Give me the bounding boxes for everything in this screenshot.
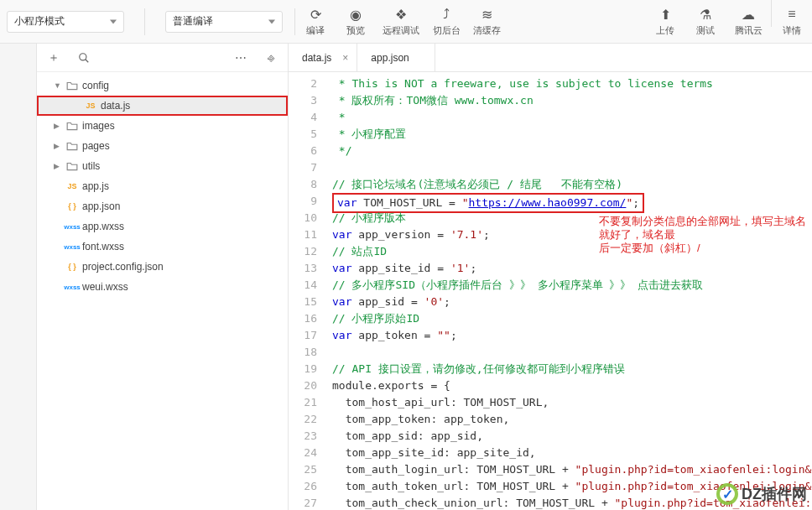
file-name-label: app.json <box>82 200 120 212</box>
code-line: tom_app_site_id: app_site_id, <box>332 445 812 461</box>
tab-data-js[interactable]: data.js× <box>289 44 357 71</box>
tree-item-app-json[interactable]: { }app.json <box>37 196 288 216</box>
line-number: 8 <box>289 176 317 193</box>
tree-item-project-config-json[interactable]: { }project.config.json <box>37 257 288 277</box>
editor-tabs: data.js×app.json <box>289 44 812 72</box>
file-tree[interactable]: ▼configJSdata.js▶images▶pages▶utilsJSapp… <box>37 72 288 510</box>
compile-button[interactable]: ⟳ 编译 <box>295 0 336 44</box>
line-number: 10 <box>289 210 317 226</box>
line-number: 15 <box>289 294 317 310</box>
line-number: 25 <box>289 461 317 478</box>
exit-icon: ⤴ <box>438 6 455 23</box>
close-icon[interactable]: × <box>342 52 348 64</box>
explorer-header: ＋ ⋯ ⎆ <box>37 44 288 72</box>
collapse-button[interactable]: ⎆ <box>261 48 281 68</box>
folder-icon <box>65 80 79 91</box>
eye-icon: ◉ <box>347 6 364 23</box>
compile-selector[interactable]: 普通编译 <box>165 11 283 33</box>
preview-label: 预览 <box>346 24 365 37</box>
search-button[interactable] <box>74 48 94 68</box>
tree-item-font-wxss[interactable]: wxssfont.wxss <box>37 237 288 257</box>
code-line: // API 接口设置，请勿修改,任何修改都可能到小程序错误 <box>332 361 812 377</box>
tree-item-app-wxss[interactable]: wxssapp.wxss <box>37 216 288 237</box>
folder-icon <box>65 140 79 152</box>
code-line: tom_host_api_url: TOM_HOST_URL, <box>332 394 812 411</box>
background-label: 切后台 <box>433 24 461 37</box>
tree-item-config[interactable]: ▼config <box>37 75 288 96</box>
code-line: var app_token = ""; <box>332 327 812 344</box>
line-number: 9 <box>289 193 317 210</box>
line-number: 22 <box>289 411 317 428</box>
expand-arrow-icon: ▶ <box>54 162 62 170</box>
code-area[interactable]: 2345678910111213141516171819202122232425… <box>289 72 812 510</box>
clear-cache-button[interactable]: ≋ 清缓存 <box>466 0 507 44</box>
expand-arrow-icon: ▼ <box>54 81 62 90</box>
line-number: 13 <box>289 260 317 277</box>
tab-app-json[interactable]: app.json <box>357 44 435 71</box>
code-line: // 多小程序SID（小程序插件后台 》》 多小程序菜单 》》 点击进去获取 <box>332 277 812 294</box>
upload-label: 上传 <box>656 24 674 37</box>
refresh-icon: ⟳ <box>307 6 324 23</box>
code-editor: data.js×app.json 23456789101112131415161… <box>289 44 812 510</box>
upload-button[interactable]: ⬆ 上传 <box>645 0 685 44</box>
js-icon: JS <box>84 100 97 112</box>
code-line: * 版权所有：TOM微信 www.tomwx.cn <box>332 92 812 109</box>
more-button[interactable]: ⋯ <box>231 48 251 68</box>
code-line: * 小程序配置 <box>332 126 812 143</box>
line-number: 4 <box>289 109 317 126</box>
code-line <box>332 344 812 361</box>
clear-cache-label: 清缓存 <box>473 24 501 37</box>
code-line: * This is NOT a freeware, use is subject… <box>332 75 812 92</box>
line-number: 6 <box>289 143 317 159</box>
line-number: 20 <box>289 377 317 394</box>
test-label: 测试 <box>696 24 715 37</box>
line-number: 19 <box>289 361 317 377</box>
line-number: 24 <box>289 445 317 461</box>
test-button[interactable]: ⚗ 测试 <box>685 0 726 44</box>
file-name-label: weui.wxss <box>82 281 128 293</box>
tree-item-app-js[interactable]: JSapp.js <box>37 176 288 196</box>
tree-item-images[interactable]: ▶images <box>37 116 288 136</box>
line-number: 11 <box>289 226 317 243</box>
watermark-text: DZ插件网 <box>742 484 807 504</box>
mode-label: 小程序模式 <box>14 14 65 29</box>
line-number: 18 <box>289 344 317 361</box>
preview-button[interactable]: ◉ 预览 <box>336 0 376 44</box>
svg-line-1 <box>86 59 89 62</box>
tree-item-pages[interactable]: ▶pages <box>37 136 288 156</box>
tree-item-utils[interactable]: ▶utils <box>37 156 288 176</box>
tree-item-weui-wxss[interactable]: wxssweui.wxss <box>37 277 288 297</box>
remote-debug-button[interactable]: ❖ 远程调试 <box>376 0 426 44</box>
tree-item-data-js[interactable]: JSdata.js <box>37 96 288 116</box>
file-name-label: pages <box>82 140 110 152</box>
json-icon: { } <box>65 200 79 212</box>
js-icon: JS <box>65 180 79 192</box>
json-icon: { } <box>65 261 79 273</box>
cloud-icon: ☁ <box>740 6 757 23</box>
folder-icon <box>65 160 79 172</box>
file-name-label: app.js <box>82 180 109 192</box>
code-line: var app_site_id = '1'; <box>332 260 812 277</box>
details-button[interactable]: ≡ 详情 <box>772 0 812 44</box>
code-line: tom_auth_login_url: TOM_HOST_URL + "plug… <box>332 461 812 478</box>
line-number: 26 <box>289 478 317 495</box>
file-name-label: font.wxss <box>82 241 124 252</box>
tencent-cloud-button[interactable]: ☁ 腾讯云 <box>726 0 771 44</box>
code-content[interactable]: * This is NOT a freeware, use is subject… <box>325 72 812 510</box>
activity-bar <box>0 44 37 510</box>
new-file-button[interactable]: ＋ <box>44 48 64 68</box>
code-line: // 小程序原始ID <box>332 310 812 327</box>
file-name-label: data.js <box>101 100 130 112</box>
wxss-icon: wxss <box>65 221 79 232</box>
code-line: tom_app_sid: app_sid, <box>332 428 812 445</box>
expand-arrow-icon: ▶ <box>54 122 62 130</box>
line-number: 23 <box>289 428 317 445</box>
line-number: 27 <box>289 495 317 510</box>
menu-icon: ≡ <box>783 6 800 23</box>
file-explorer: ＋ ⋯ ⎆ ▼configJSdata.js▶images▶pages▶util… <box>37 44 289 510</box>
code-line: // 接口论坛域名(注意域名必须已 / 结尾 不能有空格) <box>332 176 812 193</box>
mode-selector[interactable]: 小程序模式 <box>7 11 124 33</box>
background-button[interactable]: ⤴ 切后台 <box>426 0 466 44</box>
annotation-line2: 后一定要加（斜杠）/ <box>599 242 809 255</box>
annotation-line1: 不要复制分类信息的全部网址，填写主域名就好了，域名最 <box>599 215 809 242</box>
